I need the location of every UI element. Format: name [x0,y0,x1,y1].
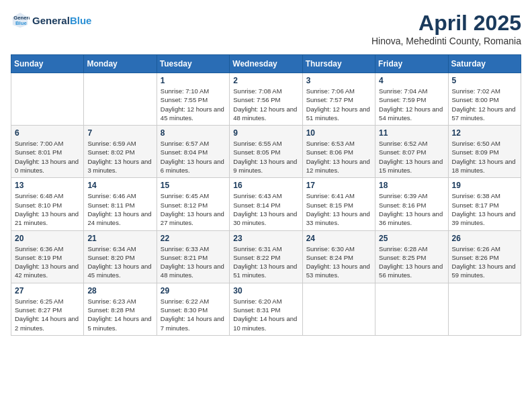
day-number: 18 [379,181,444,190]
day-info: Sunrise: 6:45 AM Sunset: 8:12 PM Dayligh… [161,191,226,227]
day-info: Sunrise: 6:31 AM Sunset: 8:22 PM Dayligh… [233,244,298,280]
calendar-cell: 20 Sunrise: 6:36 AM Sunset: 8:19 PM Dayl… [11,230,84,283]
day-number: 10 [306,128,371,138]
calendar-week-row: 6 Sunrise: 7:00 AM Sunset: 8:01 PM Dayli… [11,126,521,178]
svg-text:General: General [13,15,30,21]
calendar-cell: 10 Sunrise: 6:53 AM Sunset: 8:06 PM Dayl… [302,126,375,178]
day-info: Sunrise: 6:20 AM Sunset: 8:31 PM Dayligh… [233,297,298,332]
svg-text:Blue: Blue [15,20,27,26]
calendar-cell: 29 Sunrise: 6:22 AM Sunset: 8:30 PM Dayl… [157,283,229,335]
day-info: Sunrise: 6:53 AM Sunset: 8:06 PM Dayligh… [306,139,371,175]
calendar-cell [302,283,375,335]
day-info: Sunrise: 6:57 AM Sunset: 8:04 PM Dayligh… [161,139,226,175]
day-number: 6 [15,128,80,138]
calendar-cell: 5 Sunrise: 7:02 AM Sunset: 8:00 PM Dayli… [448,73,521,126]
calendar-cell [448,283,521,335]
calendar-cell: 19 Sunrise: 6:38 AM Sunset: 8:17 PM Dayl… [448,178,521,230]
calendar-cell: 27 Sunrise: 6:25 AM Sunset: 8:27 PM Dayl… [11,283,84,335]
day-info: Sunrise: 7:00 AM Sunset: 8:01 PM Dayligh… [15,139,80,175]
day-number: 14 [87,181,152,190]
day-number: 3 [306,76,371,85]
calendar-cell: 6 Sunrise: 7:00 AM Sunset: 8:01 PM Dayli… [11,126,84,178]
calendar: SundayMondayTuesdayWednesdayThursdayFrid… [11,54,521,336]
calendar-cell: 25 Sunrise: 6:28 AM Sunset: 8:25 PM Dayl… [375,230,448,283]
day-info: Sunrise: 6:25 AM Sunset: 8:27 PM Dayligh… [15,297,80,332]
day-number: 30 [233,286,298,295]
day-number: 7 [87,128,152,138]
day-info: Sunrise: 7:08 AM Sunset: 7:56 PM Dayligh… [233,87,298,122]
day-info: Sunrise: 6:55 AM Sunset: 8:05 PM Dayligh… [233,139,298,175]
title-block: April 2025 Hinova, Mehedinti County, Rom… [371,11,521,46]
calendar-cell: 12 Sunrise: 6:50 AM Sunset: 8:09 PM Dayl… [448,126,521,178]
day-info: Sunrise: 6:30 AM Sunset: 8:24 PM Dayligh… [306,244,371,280]
calendar-cell: 21 Sunrise: 6:34 AM Sunset: 8:20 PM Dayl… [84,230,157,283]
logo-text: GeneralBlue [32,15,91,26]
calendar-cell: 18 Sunrise: 6:39 AM Sunset: 8:16 PM Dayl… [375,178,448,230]
day-info: Sunrise: 6:39 AM Sunset: 8:16 PM Dayligh… [379,191,444,227]
day-number: 29 [161,286,226,295]
day-number: 11 [379,128,444,138]
day-number: 8 [161,128,226,138]
day-number: 13 [15,181,80,190]
logo: General Blue GeneralBlue [11,11,91,30]
weekday-header: Monday [84,55,157,73]
calendar-cell: 28 Sunrise: 6:23 AM Sunset: 8:28 PM Dayl… [84,283,157,335]
calendar-cell: 13 Sunrise: 6:48 AM Sunset: 8:10 PM Dayl… [11,178,84,230]
day-number: 21 [87,234,152,243]
calendar-cell: 2 Sunrise: 7:08 AM Sunset: 7:56 PM Dayli… [230,73,302,126]
day-number: 12 [452,128,517,138]
calendar-cell: 15 Sunrise: 6:45 AM Sunset: 8:12 PM Dayl… [157,178,229,230]
day-info: Sunrise: 6:46 AM Sunset: 8:11 PM Dayligh… [87,191,152,227]
calendar-cell [11,73,84,126]
weekday-header: Tuesday [157,55,229,73]
day-info: Sunrise: 7:02 AM Sunset: 8:00 PM Dayligh… [452,87,517,122]
day-number: 27 [15,286,80,295]
day-info: Sunrise: 6:41 AM Sunset: 8:15 PM Dayligh… [306,191,371,227]
day-number: 17 [306,181,371,190]
day-info: Sunrise: 6:34 AM Sunset: 8:20 PM Dayligh… [87,244,152,280]
page-header: General Blue GeneralBlue April 2025 Hino… [11,11,521,46]
calendar-cell: 14 Sunrise: 6:46 AM Sunset: 8:11 PM Dayl… [84,178,157,230]
day-info: Sunrise: 6:43 AM Sunset: 8:14 PM Dayligh… [233,191,298,227]
day-number: 24 [306,234,371,243]
day-info: Sunrise: 6:28 AM Sunset: 8:25 PM Dayligh… [379,244,444,280]
day-number: 5 [452,76,517,85]
weekday-header: Friday [375,55,448,73]
weekday-header: Saturday [448,55,521,73]
day-number: 22 [161,234,226,243]
calendar-cell: 4 Sunrise: 7:04 AM Sunset: 7:59 PM Dayli… [375,73,448,126]
calendar-cell [375,283,448,335]
day-info: Sunrise: 6:50 AM Sunset: 8:09 PM Dayligh… [452,139,517,175]
day-number: 16 [233,181,298,190]
calendar-cell: 23 Sunrise: 6:31 AM Sunset: 8:22 PM Dayl… [230,230,302,283]
day-number: 15 [161,181,226,190]
day-info: Sunrise: 6:23 AM Sunset: 8:28 PM Dayligh… [87,297,152,332]
day-info: Sunrise: 6:26 AM Sunset: 8:26 PM Dayligh… [452,244,517,280]
day-number: 23 [233,234,298,243]
calendar-cell: 26 Sunrise: 6:26 AM Sunset: 8:26 PM Dayl… [448,230,521,283]
calendar-cell: 30 Sunrise: 6:20 AM Sunset: 8:31 PM Dayl… [230,283,302,335]
calendar-week-row: 20 Sunrise: 6:36 AM Sunset: 8:19 PM Dayl… [11,230,521,283]
day-info: Sunrise: 7:04 AM Sunset: 7:59 PM Dayligh… [379,87,444,122]
day-info: Sunrise: 6:22 AM Sunset: 8:30 PM Dayligh… [161,297,226,332]
weekday-header: Wednesday [230,55,302,73]
day-info: Sunrise: 6:38 AM Sunset: 8:17 PM Dayligh… [452,191,517,227]
weekday-header: Sunday [11,55,84,73]
calendar-week-row: 1 Sunrise: 7:10 AM Sunset: 7:55 PM Dayli… [11,73,521,126]
calendar-cell: 9 Sunrise: 6:55 AM Sunset: 8:05 PM Dayli… [230,126,302,178]
calendar-week-row: 13 Sunrise: 6:48 AM Sunset: 8:10 PM Dayl… [11,178,521,230]
day-info: Sunrise: 6:36 AM Sunset: 8:19 PM Dayligh… [15,244,80,280]
day-number: 25 [379,234,444,243]
calendar-cell [84,73,157,126]
calendar-cell: 7 Sunrise: 6:59 AM Sunset: 8:02 PM Dayli… [84,126,157,178]
calendar-cell: 17 Sunrise: 6:41 AM Sunset: 8:15 PM Dayl… [302,178,375,230]
calendar-cell: 3 Sunrise: 7:06 AM Sunset: 7:57 PM Dayli… [302,73,375,126]
calendar-cell: 16 Sunrise: 6:43 AM Sunset: 8:14 PM Dayl… [230,178,302,230]
day-number: 9 [233,128,298,138]
day-info: Sunrise: 6:52 AM Sunset: 8:07 PM Dayligh… [379,139,444,175]
day-info: Sunrise: 6:59 AM Sunset: 8:02 PM Dayligh… [87,139,152,175]
day-info: Sunrise: 7:10 AM Sunset: 7:55 PM Dayligh… [161,87,226,122]
month-year: April 2025 [371,11,521,36]
day-info: Sunrise: 7:06 AM Sunset: 7:57 PM Dayligh… [306,87,371,122]
day-number: 2 [233,76,298,85]
